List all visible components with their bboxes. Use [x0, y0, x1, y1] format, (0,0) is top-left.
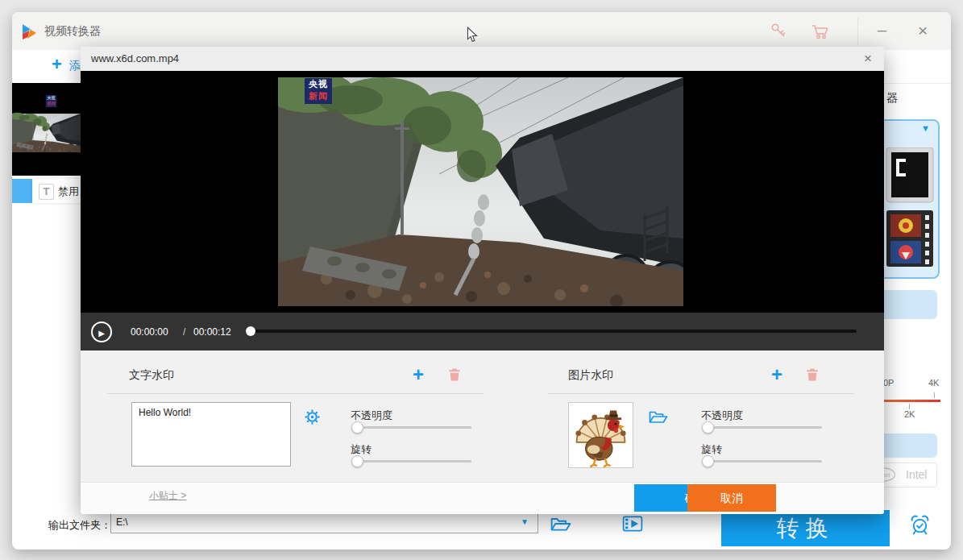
format-label-fragment: 器 [886, 91, 898, 106]
schedule-alarm-icon[interactable] [908, 513, 932, 536]
dialog-close-icon[interactable]: × [864, 51, 872, 67]
output-path-dropdown-icon[interactable]: ▼ [521, 517, 529, 526]
image-opacity-track[interactable] [707, 426, 822, 429]
dialog-titlebar [81, 47, 884, 72]
open-folder-icon[interactable] [550, 515, 571, 533]
video-frame [278, 77, 683, 306]
resolution-label-2k: 2K [904, 409, 915, 419]
text-rotate-handle[interactable] [351, 455, 363, 467]
add-image-watermark-button[interactable]: + [771, 367, 782, 383]
play-button[interactable]: ▶ [91, 321, 112, 342]
dialog-title: www.x6d.com.mp4 [91, 52, 179, 64]
text-settings-gear-icon[interactable] [304, 409, 321, 425]
output-folder-label: 输出文件夹： [48, 518, 111, 533]
time-separator: / [183, 326, 185, 338]
image-opacity-handle[interactable] [702, 421, 714, 433]
text-rotate-label: 旋转 [351, 442, 372, 457]
intel-label: Intel [906, 468, 927, 481]
watermark-tab-selected[interactable] [12, 179, 32, 203]
turkey-image [569, 403, 633, 467]
cctv-news-badge: 央视 新闻 [305, 78, 332, 104]
thumbnail-news-badge: 央视 新闻 [46, 95, 56, 107]
resolution-label-4k: 4K [928, 378, 939, 388]
disable-tab-label: 禁用 [58, 185, 79, 199]
progress-handle[interactable] [246, 326, 255, 336]
total-time: 00:00:12 [193, 326, 231, 338]
text-section-divider [107, 393, 484, 394]
browse-image-folder-icon[interactable] [649, 409, 668, 425]
app-logo-icon [20, 23, 38, 40]
cart-icon[interactable] [811, 23, 831, 40]
text-watermark-header: 文字水印 [129, 368, 174, 383]
resolution-label-1080p-partial: 0P [883, 378, 894, 388]
app-title: 视频转换器 [44, 24, 101, 39]
text-rotate-track[interactable] [356, 460, 471, 463]
resolution-tick-4k [934, 392, 935, 398]
text-opacity-track[interactable] [356, 426, 471, 429]
watermark-image-box[interactable] [568, 402, 633, 468]
video-info-icon[interactable] [622, 515, 643, 533]
resolution-tick-2k [909, 404, 910, 409]
add-text-watermark-button[interactable]: + [413, 367, 424, 383]
close-button[interactable]: × [918, 21, 928, 40]
image-rotate-track[interactable] [707, 460, 822, 463]
format-preview-icon [885, 147, 935, 268]
image-rotate-label: 旋转 [701, 442, 722, 457]
current-time: 00:00:00 [131, 326, 168, 338]
minimize-button[interactable]: – [878, 21, 886, 39]
convert-button[interactable]: 转换 [721, 510, 890, 546]
delete-text-watermark-icon[interactable] [448, 367, 461, 382]
format-dropdown-icon[interactable]: ▼ [921, 123, 930, 133]
progress-track[interactable] [246, 330, 857, 333]
output-path-combobox[interactable] [110, 513, 538, 533]
watermark-text-input[interactable]: Hello World! [131, 402, 291, 467]
add-file-plus-icon[interactable]: + [52, 56, 62, 73]
text-opacity-handle[interactable] [351, 421, 363, 433]
image-watermark-header: 图片水印 [568, 368, 613, 383]
delete-image-watermark-icon[interactable] [806, 367, 819, 382]
register-key-icon[interactable] [770, 22, 787, 39]
add-file-label-partial[interactable]: 添 [69, 59, 81, 73]
image-rotate-handle[interactable] [702, 455, 714, 467]
image-section-divider [548, 393, 854, 394]
output-path-value: E:\ [116, 516, 128, 528]
tips-link[interactable]: 小贴士 > [149, 489, 186, 503]
cancel-button[interactable]: 取消 [687, 484, 776, 512]
titlebar-divider [857, 18, 858, 45]
text-tool-icon: T [39, 184, 54, 200]
